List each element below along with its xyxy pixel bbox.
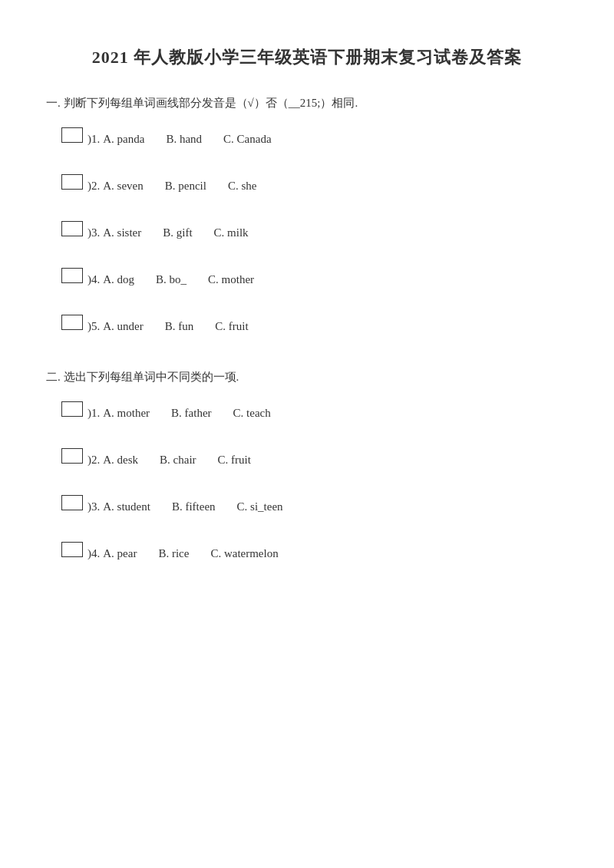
table-row: )2.A. sevenB. pencilC. she bbox=[61, 174, 568, 196]
question-option: C. mother bbox=[208, 269, 254, 290]
table-row: )2.A. deskB. chairC. fruit bbox=[61, 448, 568, 470]
question-option: B. gift bbox=[163, 223, 192, 243]
section-1: 一. 判断下列每组单词画线部分发音是（√）否（__215;）相同. )1.A. … bbox=[46, 94, 568, 337]
section-2-header: 二. 选出下列每组单词中不同类的一项. bbox=[46, 368, 568, 386]
question-option: B. fun bbox=[165, 316, 194, 337]
answer-blank[interactable] bbox=[61, 401, 83, 417]
question-option: A. panda bbox=[103, 129, 144, 150]
question-option: B. rice bbox=[158, 543, 189, 564]
question-option: C. watermelon bbox=[210, 543, 278, 564]
section-1-header: 一. 判断下列每组单词画线部分发音是（√）否（__215;）相同. bbox=[46, 94, 568, 112]
question-option: B. bo_ bbox=[156, 269, 187, 290]
question-option: A. under bbox=[103, 316, 144, 337]
section-1-question-list: )1.A. pandaB. handC. Canada)2.A. sevenB.… bbox=[46, 127, 568, 337]
question-option: C. fruit bbox=[215, 316, 248, 337]
table-row: )5.A. underB. funC. fruit bbox=[61, 315, 568, 337]
question-option: B. chair bbox=[160, 450, 196, 470]
answer-blank[interactable] bbox=[61, 174, 83, 190]
table-row: )4.A. pearB. riceC. watermelon bbox=[61, 542, 568, 564]
question-option: B. pencil bbox=[165, 176, 206, 196]
table-row: )1.A. motherB. fatherC. teach bbox=[61, 401, 568, 424]
answer-blank[interactable] bbox=[61, 127, 83, 143]
section-2-question-list: )1.A. motherB. fatherC. teach)2.A. deskB… bbox=[46, 401, 568, 564]
page-title: 2021 年人教版小学三年级英语下册期末复习试卷及答案 bbox=[46, 46, 568, 69]
question-option: A. pear bbox=[103, 543, 137, 564]
question-option: C. fruit bbox=[218, 450, 251, 470]
question-number: )4. bbox=[87, 269, 100, 290]
question-option: A. dog bbox=[103, 269, 134, 290]
question-option: C. she bbox=[228, 176, 257, 196]
question-option: B. fifteen bbox=[172, 497, 216, 517]
answer-blank[interactable] bbox=[61, 495, 83, 510]
question-option: A. mother bbox=[103, 403, 150, 424]
answer-blank[interactable] bbox=[61, 268, 83, 283]
question-number: )3. bbox=[87, 497, 100, 517]
table-row: )1.A. pandaB. handC. Canada bbox=[61, 127, 568, 150]
question-number: )3. bbox=[87, 223, 100, 243]
table-row: )3.A. sisterB. giftC. milk bbox=[61, 221, 568, 243]
question-number: )5. bbox=[87, 316, 100, 337]
question-option: B. father bbox=[171, 403, 211, 424]
question-number: )4. bbox=[87, 543, 100, 564]
question-number: )2. bbox=[87, 450, 100, 470]
table-row: )4.A. dogB. bo_C. mother bbox=[61, 268, 568, 290]
question-option: C. si_teen bbox=[237, 497, 283, 517]
question-option: A. desk bbox=[103, 450, 138, 470]
answer-blank[interactable] bbox=[61, 542, 83, 557]
question-number: )2. bbox=[87, 176, 100, 196]
table-row: )3.A. studentB. fifteenC. si_teen bbox=[61, 495, 568, 517]
question-option: C. milk bbox=[214, 223, 249, 243]
question-option: A. seven bbox=[103, 176, 144, 196]
answer-blank[interactable] bbox=[61, 315, 83, 330]
question-option: B. hand bbox=[166, 129, 202, 150]
answer-blank[interactable] bbox=[61, 448, 83, 464]
question-number: )1. bbox=[87, 403, 100, 424]
question-number: )1. bbox=[87, 129, 100, 150]
answer-blank[interactable] bbox=[61, 221, 83, 236]
question-option: A. sister bbox=[103, 223, 141, 243]
question-option: A. student bbox=[103, 497, 150, 517]
section-2: 二. 选出下列每组单词中不同类的一项. )1.A. motherB. fathe… bbox=[46, 368, 568, 564]
question-option: C. teach bbox=[233, 403, 271, 424]
question-option: C. Canada bbox=[223, 129, 271, 150]
